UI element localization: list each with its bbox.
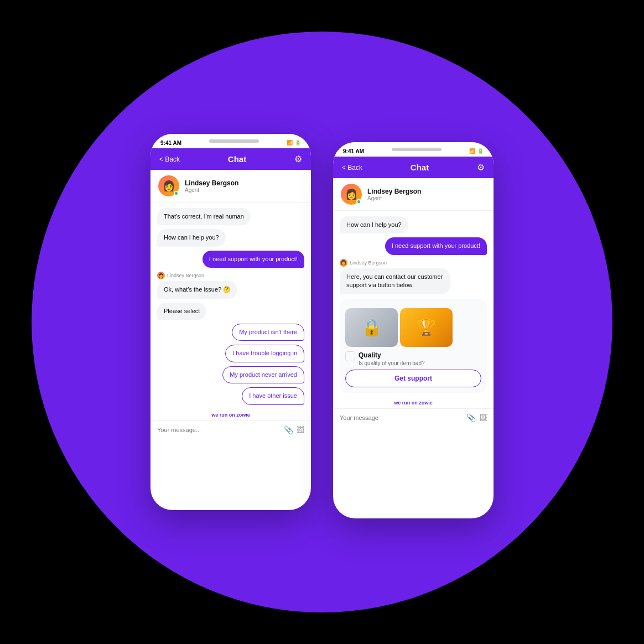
- zowie-label-2: we run on: [394, 400, 418, 406]
- chat-header-2: < Back Chat ⚙: [333, 157, 494, 178]
- msg-1-1: That's correct, I'm real human: [157, 208, 251, 225]
- settings-icon-1[interactable]: ⚙: [294, 154, 302, 164]
- footer-icons-1: 📎 🖼: [284, 425, 304, 434]
- back-button-2[interactable]: < Back: [342, 164, 362, 172]
- zowie-label-1: we run on: [211, 412, 235, 418]
- footer-icons-2: 📎 🖼: [466, 413, 487, 422]
- phone-2: 9:41 AM 📶🔋 < Back Chat ⚙ 👩 Lindsey Bergs…: [333, 142, 494, 518]
- mini-avatar-1: 👩: [157, 272, 165, 279]
- status-time-2: 9:41 AM: [343, 148, 364, 154]
- image-icon-1[interactable]: 🖼: [297, 425, 304, 434]
- msg-2-3: Here, you can contact our customer suppo…: [340, 268, 450, 294]
- agent-name-2: Lindsey Bergson: [367, 188, 421, 195]
- agent-label-text-2: Lindsey Bergson: [350, 260, 387, 266]
- back-button-1[interactable]: < Back: [159, 155, 180, 163]
- chat-title-2: Chat: [411, 163, 429, 172]
- agent-online-dot-1: [174, 191, 179, 196]
- status-bar-2: 9:41 AM 📶🔋: [333, 142, 494, 157]
- get-support-button[interactable]: Get support: [345, 370, 481, 387]
- status-icons-1: 📶🔋: [287, 140, 301, 146]
- circle-background: 9:41 AM 📶🔋 < Back Chat ⚙ 👩 Lindsey Bergs…: [32, 32, 612, 612]
- agent-label-2: 👩 Lindsey Bergson: [340, 259, 387, 267]
- attach-icon-1[interactable]: 📎: [284, 425, 293, 434]
- card-image-trophy: 🏆: [400, 308, 453, 347]
- status-bar-1: 9:41 AM 📶🔋: [150, 134, 311, 148]
- attach-icon-2[interactable]: 📎: [466, 413, 476, 422]
- agent-role-1: Agent: [185, 187, 238, 193]
- image-icon-2[interactable]: 🖼: [479, 413, 487, 422]
- option-1-3[interactable]: My product never arrived: [222, 366, 304, 383]
- option-1-4[interactable]: I have other issue: [242, 387, 304, 404]
- notch-1: [209, 139, 259, 143]
- option-1-2[interactable]: I have trouble logging in: [225, 345, 304, 362]
- msg-1-5: Please select: [157, 303, 206, 320]
- agent-label-1: 👩 Lindsey Bergson: [157, 272, 204, 279]
- card-details: Quality Is quality of your item bad? Get…: [345, 351, 481, 387]
- msg-2-2: I need support with your product!: [385, 237, 487, 255]
- zowie-brand-1: zowie: [236, 412, 250, 418]
- option-1-1[interactable]: My product isn't there: [232, 324, 304, 341]
- agent-bar-1: 👩 Lindsey Bergson Agent: [150, 170, 311, 202]
- status-icons-2: 📶🔋: [469, 148, 484, 154]
- zowie-brand-2: zowie: [419, 400, 433, 406]
- card-subtitle: Is quality of your item bad?: [359, 360, 425, 366]
- notch-2: [392, 148, 442, 151]
- chat-footer-2: 📎 🖼: [333, 408, 494, 427]
- zowie-bar-2: we run on zowie: [333, 398, 494, 408]
- agent-name-1: Lindsey Bergson: [185, 179, 238, 187]
- agent-label-text-1: Lindsey Bergson: [167, 273, 204, 278]
- agent-online-dot-2: [356, 199, 361, 204]
- msg-1-4: Ok, what's the issue? 🤔: [157, 281, 237, 298]
- support-card: 🔒 🏆 Quality Is quality of your item bad?…: [340, 299, 487, 393]
- card-title: Quality: [359, 351, 425, 359]
- msg-1-2: How can I help you?: [157, 229, 226, 246]
- agent-avatar-2: 👩: [341, 184, 362, 205]
- card-images: 🔒 🏆: [345, 308, 481, 347]
- phone-1: 9:41 AM 📶🔋 < Back Chat ⚙ 👩 Lindsey Bergs…: [150, 134, 311, 510]
- message-input-2[interactable]: [340, 414, 462, 421]
- agent-role-2: Agent: [367, 195, 421, 201]
- mini-avatar-2: 👩: [340, 259, 347, 267]
- agent-avatar-1: 👩: [158, 175, 179, 196]
- card-checkbox-row: Quality Is quality of your item bad?: [345, 351, 481, 366]
- chat-footer-1: 📎 🖼: [150, 420, 311, 439]
- zowie-bar-1: we run on zowie: [150, 411, 311, 420]
- chat-body-1: That's correct, I'm real human How can I…: [150, 202, 311, 411]
- card-checkbox[interactable]: [345, 351, 355, 361]
- msg-1-3: I need support with your product!: [202, 251, 304, 268]
- message-input-1[interactable]: [157, 427, 279, 433]
- status-time-1: 9:41 AM: [160, 140, 181, 146]
- settings-icon-2[interactable]: ⚙: [477, 162, 485, 173]
- agent-bar-2: 👩 Lindsey Bergson Agent: [333, 178, 494, 211]
- card-image-lock: 🔒: [345, 308, 398, 347]
- msg-2-1: How can I help you?: [340, 216, 408, 233]
- chat-body-2: How can I help you? I need support with …: [333, 211, 494, 398]
- chat-header-1: < Back Chat ⚙: [150, 148, 311, 170]
- chat-title-1: Chat: [228, 154, 246, 164]
